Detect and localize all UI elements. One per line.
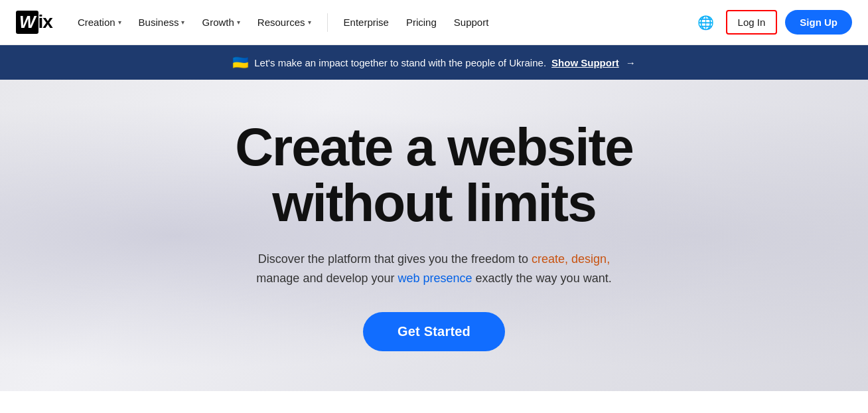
nav-item-business[interactable]: Business ▾ bbox=[132, 11, 192, 33]
hero-subtitle-part1: Discover the platform that gives you the… bbox=[258, 252, 610, 266]
wix-logo[interactable]: Wix bbox=[16, 11, 52, 34]
chevron-down-icon: ▾ bbox=[237, 19, 240, 26]
hero-section: Create a website without limits Discover… bbox=[0, 80, 868, 391]
nav-links: Creation ▾ Business ▾ Growth ▾ Resources… bbox=[71, 11, 694, 33]
nav-item-pricing[interactable]: Pricing bbox=[399, 11, 443, 33]
login-button[interactable]: Log In bbox=[726, 10, 778, 35]
hero-subtitle: Discover the platform that gives you the… bbox=[255, 250, 613, 288]
globe-icon: 🌐 bbox=[697, 15, 714, 31]
chevron-down-icon: ▾ bbox=[181, 19, 184, 26]
nav-divider bbox=[327, 13, 328, 32]
nav-right: 🌐 Log In Sign Up bbox=[694, 10, 852, 35]
nav-label-growth: Growth bbox=[202, 17, 234, 28]
ukraine-flag-icon: 🇺🇦 bbox=[232, 54, 249, 70]
get-started-button[interactable]: Get Started bbox=[363, 312, 505, 351]
nav-item-support[interactable]: Support bbox=[447, 11, 496, 33]
ukraine-banner: 🇺🇦 Let's make an impact together to stan… bbox=[0, 45, 868, 80]
hero-subtitle-part2: manage and develop your web presence exa… bbox=[256, 272, 611, 285]
nav-label-resources: Resources bbox=[257, 17, 305, 28]
nav-item-resources[interactable]: Resources ▾ bbox=[251, 11, 318, 33]
chevron-down-icon: ▾ bbox=[308, 19, 311, 26]
nav-label-creation: Creation bbox=[78, 17, 115, 28]
hero-title: Create a website without limits bbox=[235, 120, 632, 231]
hero-title-line2: without limits bbox=[272, 173, 596, 232]
nav-label-support: Support bbox=[454, 17, 489, 28]
hero-content: Create a website without limits Discover… bbox=[235, 120, 632, 351]
nav-label-business: Business bbox=[139, 17, 179, 28]
language-selector-button[interactable]: 🌐 bbox=[694, 11, 718, 35]
nav-item-growth[interactable]: Growth ▾ bbox=[195, 11, 246, 33]
nav-label-enterprise: Enterprise bbox=[344, 17, 389, 28]
banner-text: Let's make an impact together to stand w… bbox=[254, 57, 546, 68]
banner-arrow: → bbox=[626, 57, 636, 68]
show-support-link[interactable]: Show Support bbox=[551, 57, 619, 68]
hero-title-line1: Create a website bbox=[235, 118, 632, 177]
signup-button[interactable]: Sign Up bbox=[785, 10, 852, 35]
nav-item-creation[interactable]: Creation ▾ bbox=[71, 11, 128, 33]
navbar: Wix Creation ▾ Business ▾ Growth ▾ Resou… bbox=[0, 0, 868, 45]
nav-label-pricing: Pricing bbox=[406, 17, 437, 28]
chevron-down-icon: ▾ bbox=[118, 19, 121, 26]
nav-item-enterprise[interactable]: Enterprise bbox=[337, 11, 396, 33]
